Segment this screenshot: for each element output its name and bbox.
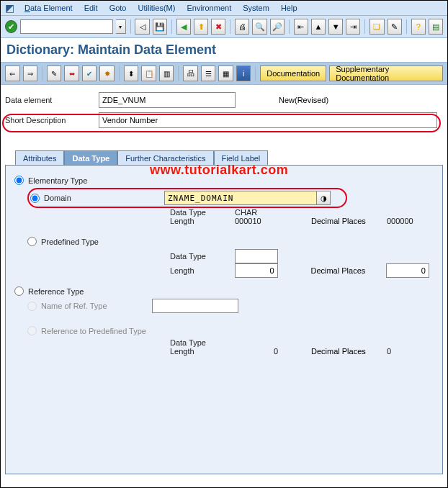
display-list-icon[interactable]: 📋 [141,65,156,81]
length-label: Length [170,217,235,225]
predefined-type-label: Predefined Type [41,238,99,246]
exit-icon[interactable]: ⬆ [194,19,208,35]
name-of-ref-type-label: Name of Ref. Type [41,302,107,310]
elementary-type-label: Elementary Type [28,176,87,185]
next-page-icon[interactable]: ▼ [328,19,343,35]
hierarchy-icon[interactable]: 品 [183,65,198,81]
save-icon[interactable]: 💾 [153,19,167,35]
help-icon[interactable]: ? [411,19,426,35]
supplementary-documentation-button[interactable]: Supplementary Documentation [329,65,443,81]
reference-type-label: Reference Type [28,287,84,296]
domain-value-help-icon[interactable]: ◑ [316,191,331,205]
shortcut-icon[interactable]: ✎ [387,19,402,35]
info-icon[interactable]: i [236,65,251,81]
append-icon[interactable]: ☰ [201,65,216,81]
short-description-field[interactable]: Vendor Number [99,112,437,128]
ref-predefined-label: Reference to Predefined Type [41,327,146,335]
data-type-panel: www.tutorialkart.com Elementary Type Dom… [5,165,443,474]
menu-environment[interactable]: Environment [181,2,237,14]
watermark-text: www.tutorialkart.com [150,163,288,178]
other-icon[interactable]: ▥ [159,65,174,81]
domain-radio[interactable] [30,194,40,203]
tab-attributes[interactable]: Attributes [15,150,64,166]
next-object-icon[interactable]: ⇒ [23,65,38,81]
ref-length-value: 0 [235,347,278,356]
app-toolbar: ⇐ ⇒ ✎ ⬌ ✔ ✸ ⬍ 📋 ▥ 品 ☰ ▦ i Documentation … [1,62,447,85]
data-element-field[interactable]: ZDE_VNUM [99,92,236,108]
back-icon[interactable]: ◁ [135,19,149,35]
decimal-places-label: Decimal Places [311,217,387,225]
elementary-type-radio[interactable] [14,176,24,185]
last-page-icon[interactable]: ⇥ [346,19,360,35]
ref-predefined-radio [27,326,37,335]
enter-icon[interactable]: ✔ [5,20,17,33]
ref-decimal-value: 0 [387,347,391,356]
pre-data-type-field[interactable] [235,249,278,263]
data-type-value: CHAR [235,208,257,217]
first-page-icon[interactable]: ⇤ [294,19,308,35]
pre-length-field[interactable]: 0 [235,263,278,278]
menu-system[interactable]: System [237,2,275,14]
pre-length-label: Length [170,266,235,275]
check-icon[interactable]: ✔ [82,65,97,81]
command-field[interactable] [20,19,113,34]
predefined-type-radio[interactable] [27,237,37,246]
data-type-label: Data Type [170,208,235,217]
activate-icon[interactable]: ✸ [99,65,115,81]
pre-data-type-label: Data Type [170,252,235,261]
prev-page-icon[interactable]: ▲ [311,19,326,35]
pre-decimal-label: Decimal Places [310,266,386,275]
tab-data-type[interactable]: Data Type [64,150,117,166]
name-of-ref-type-field [152,299,238,313]
status-text: New(Revised) [279,96,328,104]
command-dropdown-icon[interactable]: ▾ [116,19,126,34]
page-title: Dictionary: Maintain Data Element [1,38,447,62]
new-session-icon[interactable]: ❏ [369,19,384,35]
menu-bar: ◩ Data Element Edit Goto Utilities(M) En… [1,1,447,16]
standard-toolbar: ✔ ▾ ◁ 💾 ◀ ⬆ ✖ 🖨 🔍 🔎 ⇤ ▲ ▼ ⇥ ❏ ✎ ? ▤ [1,16,447,38]
menu-data-element[interactable]: Data Element [19,2,79,14]
menu-goto[interactable]: Goto [104,2,133,14]
ref-data-type-label: Data Type [170,338,235,347]
header-area: Data element ZDE_VNUM New(Revised) Short… [1,85,447,135]
find-next-icon[interactable]: 🔎 [270,19,285,35]
length-value: 000010 [235,217,278,225]
decimal-places-value: 000000 [387,217,413,225]
display-change-icon[interactable]: ✎ [47,65,62,81]
other-object-icon[interactable]: ⬌ [64,65,79,81]
reference-type-radio[interactable] [14,286,24,296]
prev-object-icon[interactable]: ⇐ [5,65,20,81]
ref-length-label: Length [170,347,235,356]
pre-decimal-field[interactable]: 0 [386,263,429,278]
domain-field[interactable]: ZNAME_DOMAIN [164,191,317,205]
menu-edit[interactable]: Edit [79,2,104,14]
where-used-icon[interactable]: ⬍ [124,65,139,81]
menu-help[interactable]: Help [275,2,303,14]
documentation-button[interactable]: Documentation [260,65,326,81]
print-icon[interactable]: 🖨 [235,19,249,35]
sap-window-icon: ◩ [5,2,14,14]
ref-decimal-label: Decimal Places [311,347,387,356]
domain-highlight: Domain ZNAME_DOMAIN ◑ [27,188,347,208]
domain-label: Domain [44,194,71,202]
short-description-label: Short Description [5,116,99,125]
layout-icon[interactable]: ▤ [429,19,443,35]
back-green-icon[interactable]: ◀ [176,19,191,35]
name-of-ref-type-radio [27,302,37,311]
data-element-label: Data element [5,96,99,104]
find-icon[interactable]: 🔍 [252,19,266,35]
cancel-icon[interactable]: ✖ [211,19,225,35]
menu-utilities[interactable]: Utilities(M) [132,2,181,14]
tech-settings-icon[interactable]: ▦ [218,65,233,81]
